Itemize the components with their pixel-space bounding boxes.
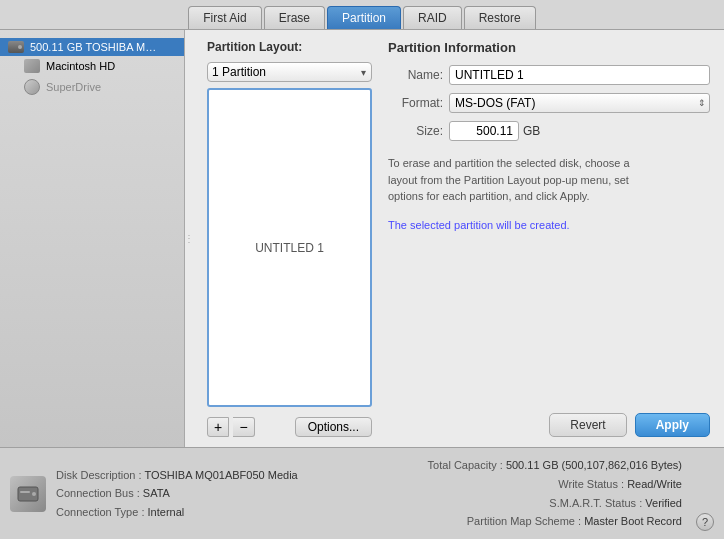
tab-first-aid[interactable]: First Aid [188,6,261,29]
tab-erase[interactable]: Erase [264,6,325,29]
partition-status: The selected partition will be created. [388,219,710,231]
sidebar-item-macintosh-hd[interactable]: Macintosh HD [0,56,184,76]
add-partition-button[interactable]: + [207,417,229,437]
tab-restore[interactable]: Restore [464,6,536,29]
partition-options-button[interactable]: Options... [295,417,372,437]
status-info-left: Disk Description : TOSHIBA MQ01ABF050 Me… [56,466,364,522]
partition-visual[interactable]: UNTITLED 1 [207,88,372,407]
status-bar: Disk Description : TOSHIBA MQ01ABF050 Me… [0,447,724,539]
smart-status-value: Verified [645,497,682,509]
optical-icon [24,79,40,95]
name-input[interactable] [449,65,710,85]
tab-raid[interactable]: RAID [403,6,462,29]
format-label: Format: [388,96,443,110]
help-button[interactable]: ? [696,513,714,531]
partition-layout-section: Partition Layout: 1 Partition UNTITLED 1… [207,40,372,437]
connection-bus-row: Connection Bus : SATA [56,484,364,503]
size-label: Size: [388,124,443,138]
status-info-right: Total Capacity : 500.11 GB (500,107,862,… [374,456,682,531]
total-capacity-value: 500.11 GB (500,107,862,016 Bytes) [506,459,682,471]
size-unit: GB [523,124,540,138]
smart-status-row: S.M.A.R.T. Status : Verified [374,494,682,513]
remove-partition-button[interactable]: − [233,417,255,437]
sidebar-hd-label: Macintosh HD [46,60,115,72]
right-panel: Partition Layout: 1 Partition UNTITLED 1… [193,30,724,447]
resize-handle[interactable]: ⋮ [185,30,193,447]
action-buttons: Revert Apply [388,405,710,437]
partition-visual-label: UNTITLED 1 [255,241,324,255]
partition-map-row: Partition Map Scheme : Master Boot Recor… [374,512,682,531]
partition-info-section: Partition Information Name: Format: MS-D… [388,40,710,437]
partition-count-select-wrapper: 1 Partition [207,62,372,82]
connection-type-row: Connection Type : Internal [56,503,364,522]
size-row: Size: GB [388,121,710,141]
size-input[interactable] [449,121,519,141]
svg-point-1 [32,492,36,496]
disk-description-value: TOSHIBA MQ01ABF050 Media [144,469,297,481]
disk-description-label: Disk Description : [56,469,142,481]
disk-svg [16,484,40,504]
connection-bus-label: Connection Bus : [56,487,140,499]
name-row: Name: [388,65,710,85]
partition-map-value: Master Boot Record [584,515,682,527]
smart-status-label: S.M.A.R.T. Status : [549,497,642,509]
disk-description-row: Disk Description : TOSHIBA MQ01ABF050 Me… [56,466,364,485]
partition-layout-title: Partition Layout: [207,40,372,54]
svg-rect-2 [20,491,30,493]
main-content: 500.11 GB TOSHIBA MQ... Macintosh HD Sup… [0,30,724,447]
write-status-row: Write Status : Read/Write [374,475,682,494]
write-status-value: Read/Write [627,478,682,490]
total-capacity-row: Total Capacity : 500.11 GB (500,107,862,… [374,456,682,475]
apply-button[interactable]: Apply [635,413,710,437]
total-capacity-label: Total Capacity : [428,459,503,471]
name-label: Name: [388,68,443,82]
tab-partition[interactable]: Partition [327,6,401,29]
connection-type-label: Connection Type : [56,506,144,518]
format-row: Format: MS-DOS (FAT) [388,93,710,113]
revert-button[interactable]: Revert [549,413,626,437]
connection-type-value: Internal [148,506,185,518]
format-select[interactable]: MS-DOS (FAT) [449,93,710,113]
hd-icon [24,59,40,73]
partition-map-label: Partition Map Scheme : [467,515,581,527]
drive-icon [8,41,24,53]
partition-count-select[interactable]: 1 Partition [207,62,372,82]
disk-icon [10,476,46,512]
format-select-wrapper: MS-DOS (FAT) [449,93,710,113]
sidebar-item-drive[interactable]: 500.11 GB TOSHIBA MQ... [0,38,184,56]
panel-body: Partition Layout: 1 Partition UNTITLED 1… [207,40,710,437]
sidebar-optical-label: SuperDrive [46,81,101,93]
write-status-label: Write Status : [558,478,624,490]
partition-description: To erase and partition the selected disk… [388,155,648,205]
partition-info-title: Partition Information [388,40,710,55]
connection-bus-value: SATA [143,487,170,499]
sidebar-item-superdrive[interactable]: SuperDrive [0,76,184,98]
sidebar-drive-label: 500.11 GB TOSHIBA MQ... [30,41,160,53]
tab-bar: First Aid Erase Partition RAID Restore [0,0,724,30]
sidebar: 500.11 GB TOSHIBA MQ... Macintosh HD Sup… [0,30,185,447]
partition-buttons: + − Options... [207,417,372,437]
size-input-group: GB [449,121,540,141]
